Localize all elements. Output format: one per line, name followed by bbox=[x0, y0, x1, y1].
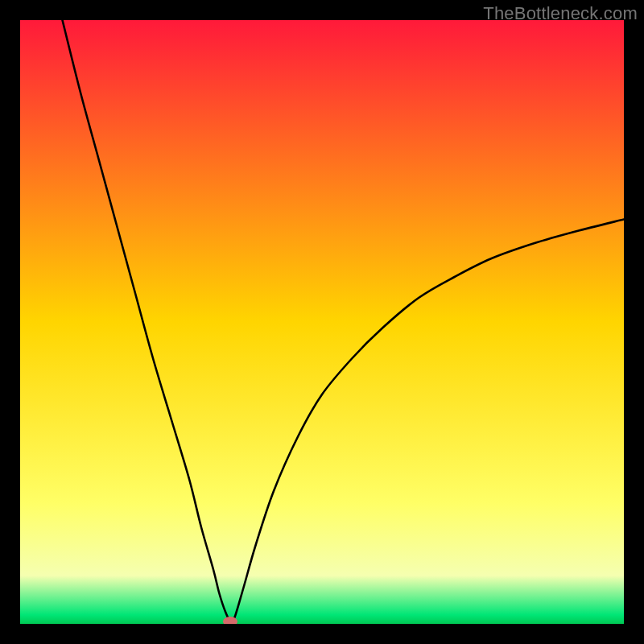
gradient-background bbox=[20, 20, 624, 624]
watermark-text: TheBottleneck.com bbox=[483, 3, 638, 24]
chart-frame bbox=[20, 20, 624, 624]
bottleneck-chart bbox=[20, 20, 624, 624]
